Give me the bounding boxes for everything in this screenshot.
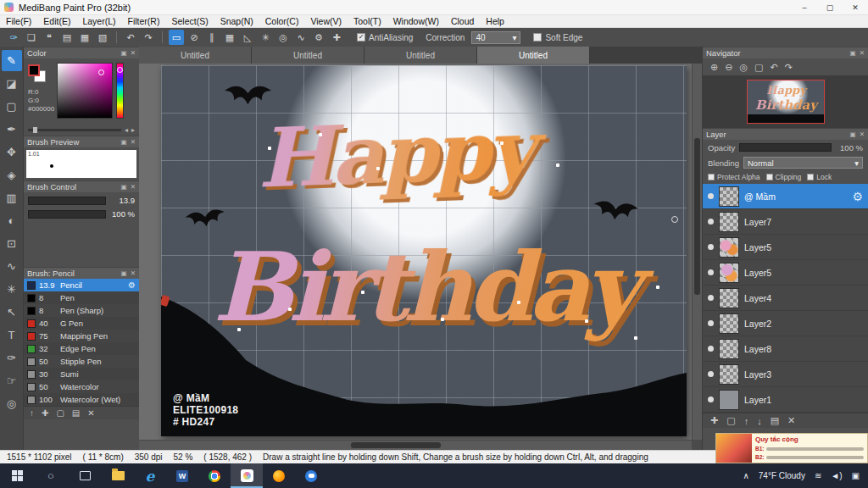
materials-icon[interactable]: ▧ <box>95 30 110 45</box>
tool-pen[interactable]: ✒ <box>2 119 22 140</box>
popout-icon[interactable]: ▣ <box>121 138 127 146</box>
close-icon[interactable]: ✕ <box>131 49 136 57</box>
volume-icon[interactable]: ◄) <box>831 471 842 480</box>
menu-select[interactable]: Select(S) <box>165 16 214 26</box>
undo-button[interactable]: ↶ <box>123 30 138 45</box>
tool-hand[interactable]: ☞ <box>2 370 22 391</box>
menu-tool[interactable]: Tool(T) <box>348 16 387 26</box>
layer-visibility-toggle[interactable] <box>708 346 714 352</box>
select-round-icon[interactable]: ▭ <box>169 30 184 45</box>
lock-checkbox[interactable] <box>807 174 814 180</box>
close-icon[interactable]: ✕ <box>131 183 136 191</box>
foreground-color-swatch[interactable] <box>28 64 40 76</box>
tool-brush[interactable]: ✎ <box>2 50 22 71</box>
duplicate-layer-icon[interactable]: ▢ <box>726 415 735 426</box>
brush-item-pen-sharp[interactable]: 8 Pen (Sharp) <box>24 304 139 317</box>
protect-alpha-toggle[interactable]: Protect Alpha <box>708 173 760 181</box>
hue-cursor[interactable] <box>117 67 123 73</box>
brush-item-pen[interactable]: 8 Pen <box>24 291 139 304</box>
snap-vanishing-icon[interactable]: ◺ <box>240 30 255 45</box>
popout-icon[interactable]: ▣ <box>850 130 856 138</box>
zoom-reset-icon[interactable]: ◎ <box>739 62 748 73</box>
layer-row[interactable]: Layer1 <box>703 387 868 413</box>
vertical-scrollbar[interactable] <box>692 64 702 440</box>
duplicate-brush-icon[interactable]: ▢ <box>56 408 64 418</box>
weather-widget[interactable]: 74°F Cloudy <box>759 471 805 480</box>
layer-visibility-toggle[interactable] <box>708 371 714 377</box>
tool-text[interactable]: T <box>2 324 22 346</box>
protect-alpha-checkbox[interactable] <box>708 174 715 180</box>
tab-untitled-3[interactable]: Untitled <box>364 47 477 64</box>
tool-operation[interactable]: ↖ <box>2 302 22 323</box>
lock-toggle[interactable]: Lock <box>807 173 832 181</box>
drawing-canvas[interactable]: Happy Birthday @ MầM ELITE100918 # HD247 <box>161 65 687 436</box>
brush-item-sumi[interactable]: 30 Sumi <box>24 368 139 380</box>
network-icon[interactable]: ≋ <box>815 471 821 480</box>
menu-window[interactable]: Window(W) <box>387 16 445 26</box>
add-brush-icon[interactable]: ✚ <box>42 408 48 418</box>
layer-down-icon[interactable]: ↓ <box>757 416 762 426</box>
snap-crisscross-icon[interactable]: ▦ <box>222 30 237 45</box>
color-history-knob[interactable] <box>33 127 37 133</box>
snap-guide-icon[interactable]: ✚ <box>329 30 344 45</box>
taskbar-app-chat[interactable] <box>295 463 327 488</box>
snap-parallel-icon[interactable]: ∥ <box>204 30 220 45</box>
layer-row[interactable]: Layer5 <box>703 235 868 260</box>
snap-off-icon[interactable]: ⊘ <box>186 30 202 45</box>
hue-slider[interactable] <box>116 63 124 119</box>
tab-untitled-1[interactable]: Untitled <box>139 47 252 64</box>
stabilizer-icon[interactable]: ✑ <box>6 30 21 45</box>
saturation-square[interactable] <box>57 63 113 119</box>
layer-row[interactable]: Layer3 <box>703 362 868 387</box>
menu-cloud[interactable]: Cloud <box>445 16 480 26</box>
snap-circle-icon[interactable]: ◎ <box>275 30 291 45</box>
menu-edit[interactable]: Edit(E) <box>37 16 76 26</box>
clipping-toggle[interactable]: Clipping <box>766 173 802 181</box>
taskbar-app-explorer[interactable] <box>102 463 134 488</box>
menu-help[interactable]: Help <box>480 16 510 26</box>
menu-snap[interactable]: Snap(N) <box>214 16 259 26</box>
close-icon[interactable]: ✕ <box>131 138 136 146</box>
navigator-thumbnail[interactable]: Happy Birthday <box>747 80 825 124</box>
snap-radial-icon[interactable]: ✳ <box>258 30 273 45</box>
brush-item-stipple-pen[interactable]: 50 Stipple Pen <box>24 355 139 368</box>
close-icon[interactable]: ✕ <box>860 49 865 57</box>
menu-color[interactable]: Color(C) <box>259 16 305 26</box>
correction-dropdown[interactable]: 40 ▾ <box>471 31 520 44</box>
layer-up-icon[interactable]: ↑ <box>744 416 749 426</box>
layer-settings-icon[interactable]: ⚙ <box>852 190 863 203</box>
popout-icon[interactable]: ▣ <box>121 269 127 277</box>
antialiasing-toggle[interactable]: ✓ AntiAliasing <box>357 33 413 42</box>
canvas-viewport[interactable]: Happy Birthday @ MầM ELITE100918 # HD247 <box>139 64 692 440</box>
soft-edge-toggle[interactable]: Soft Edge <box>533 33 582 42</box>
brush-item-g-pen[interactable]: 40 G Pen <box>24 317 139 330</box>
menu-file[interactable]: File(F) <box>0 16 37 26</box>
comment-icon[interactable]: ❝ <box>42 30 57 45</box>
layer-row[interactable]: Layer5 <box>703 260 868 286</box>
tool-marquee[interactable]: ⊡ <box>2 233 22 254</box>
horizontal-scroll-thumb[interactable] <box>351 442 441 448</box>
menu-layer[interactable]: Layer(L) <box>76 16 121 26</box>
popout-icon[interactable]: ▣ <box>121 183 127 191</box>
redo-button[interactable]: ↷ <box>141 30 156 45</box>
hidden-icons-chevron[interactable]: ∧ <box>743 471 748 480</box>
vertical-scroll-thumb[interactable] <box>694 138 700 295</box>
maximize-button[interactable]: ▢ <box>817 0 843 14</box>
tool-eyedropper[interactable]: ✑ <box>2 347 22 369</box>
fit-window-icon[interactable]: ▢ <box>754 62 763 73</box>
new-canvas-icon[interactable]: ❏ <box>24 30 39 45</box>
close-button[interactable]: ✕ <box>843 0 868 14</box>
brush-item-watercolor[interactable]: 50 Watercolor <box>24 380 139 393</box>
color-next-icon[interactable]: ▸ <box>131 126 135 134</box>
minimize-button[interactable]: – <box>792 0 817 14</box>
grid-view-icon[interactable]: ▦ <box>77 30 92 45</box>
brush-item-mapping-pen[interactable]: 75 Mapping Pen <box>24 330 139 342</box>
tool-blur[interactable]: ◐ <box>2 210 22 231</box>
brush-settings-icon[interactable]: ⚙ <box>128 280 136 290</box>
taskbar-app-medibang-active[interactable] <box>231 463 263 488</box>
brush-folder-icon[interactable]: ▤ <box>72 408 80 418</box>
taskbar-app-word[interactable]: W <box>166 463 198 488</box>
layer-row[interactable]: Layer2 <box>703 311 868 336</box>
start-button[interactable] <box>0 463 34 488</box>
taskbar-app-edge[interactable]: e <box>134 463 166 488</box>
